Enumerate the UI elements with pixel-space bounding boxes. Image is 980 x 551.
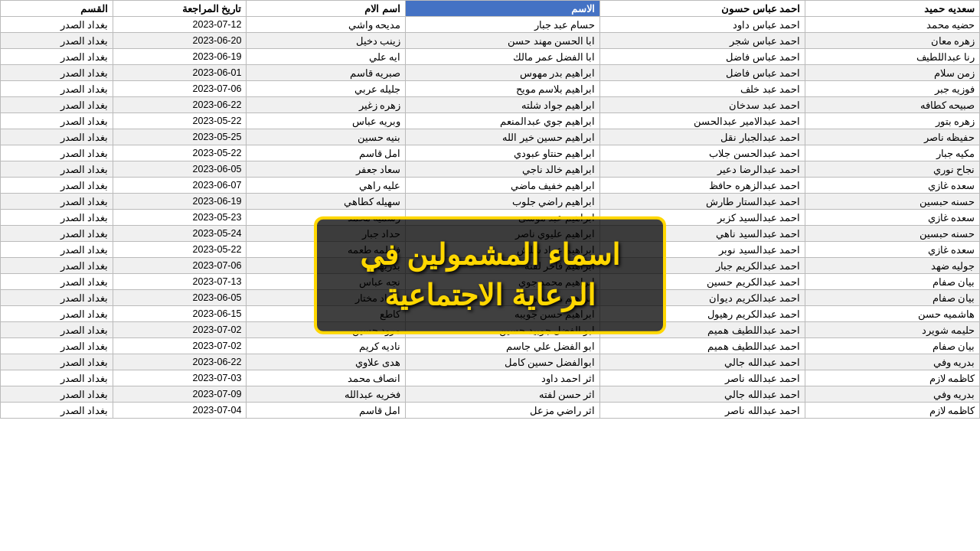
right-fullname-cell: احمد عبدالله ناصر (600, 403, 805, 419)
date-cell: 2023-06-05 (113, 290, 247, 306)
section-cell: بغداد الصدر (1, 145, 113, 161)
table-row: مكيه جباراحمد عبدالحسن جلابابراهيم حنتاو… (1, 145, 980, 161)
date-cell: 2023-05-24 (113, 226, 247, 242)
mother-cell: مديحه واشي (247, 17, 406, 33)
section-cell: بغداد الصدر (1, 306, 113, 322)
right-name-cell: حفيظه ناصر (805, 129, 980, 145)
date-cell: 2023-06-15 (113, 306, 247, 322)
name-cell: ابراهيم حسين خير الله (406, 129, 600, 145)
section-cell: بغداد الصدر (1, 194, 113, 210)
right-name-cell: حسنه حبسين (805, 194, 980, 210)
table-row: رنا عبداللطيفاحمد عباس فاضلابا الفضل عمر… (1, 49, 980, 65)
overlay-line1: اسماء المشمولين في (348, 235, 632, 276)
name-cell: ابراهيم راضي جلوب (406, 194, 600, 210)
name-cell: حسام عبد جبار (406, 17, 600, 33)
name-cell: ابراهيم بدر مهوس (406, 65, 600, 81)
name-cell: ابراهيم جواد شلته (406, 97, 600, 113)
section-cell: بغداد الصدر (1, 81, 113, 97)
section-cell: بغداد الصدر (1, 322, 113, 338)
right-name-cell: جوليه ضهد (805, 258, 980, 274)
header-row: سعديه حميد احمد عباس حسون الاسم اسم الام… (1, 1, 980, 17)
overlay-line2: الرعاية الاجتماعية (348, 276, 632, 316)
name-cell: ابوالفضل حسين كامل (406, 354, 600, 370)
right-name-cell: سعده غازي (805, 210, 980, 226)
section-header: القسم (1, 1, 113, 17)
date-cell: 2023-07-12 (113, 17, 247, 33)
table-row: زمن سلاماحمد عباس فاضلابراهيم بدر مهوسصب… (1, 65, 980, 81)
right-name-cell: زمن سلام (805, 65, 980, 81)
right-name-cell: بدريه وفي (805, 386, 980, 403)
right-name-cell: بيان صفام (805, 290, 980, 306)
mother-cell: امل قاسم (247, 403, 406, 419)
section-cell: بغداد الصدر (1, 354, 113, 370)
name-cell: ابو الفضل علي جاسم (406, 338, 600, 354)
right-fullname-cell: احمد عبدالامير عبدالحسن (600, 113, 805, 129)
date-cell: 2023-05-22 (113, 145, 247, 161)
right-name-cell: حليمه شويرد (805, 322, 980, 338)
table-row: بيان صفاماحمد عبداللطيف هميمابو الفضل عل… (1, 338, 980, 354)
date-cell: 2023-07-13 (113, 274, 247, 290)
date-cell: 2023-07-02 (113, 322, 247, 338)
section-cell: بغداد الصدر (1, 113, 113, 129)
right-fullname-header: احمد عباس حسون (600, 1, 805, 17)
date-cell: 2023-07-09 (113, 386, 247, 403)
right-fullname-cell: احمد عبد خلف (600, 81, 805, 97)
mother-cell: عليه راهي (247, 178, 406, 194)
mother-cell: ايه علي (247, 49, 406, 65)
name-header: الاسم (406, 1, 600, 17)
right-fullname-cell: احمد عباس شجر (600, 33, 805, 49)
section-cell: بغداد الصدر (1, 97, 113, 113)
right-name-cell: صبيحه كطافه (805, 97, 980, 113)
name-cell: ابراهيم حنتاو عبودي (406, 145, 600, 161)
right-fullname-cell: احمد عبدالله ناصر (600, 370, 805, 386)
mother-cell: ناديه كريم (247, 338, 406, 354)
section-cell: بغداد الصدر (1, 65, 113, 81)
table-row: بدريه وفياحمد عبدالله جاليابوالفضل حسين … (1, 354, 980, 370)
right-name-cell: حسنه حبسين (805, 226, 980, 242)
right-fullname-cell: احمد عبدالستار طارش (600, 194, 805, 210)
section-cell: بغداد الصدر (1, 33, 113, 49)
name-cell: ابراهيم بلاسم مويح (406, 81, 600, 97)
right-name-cell: كاظمه لازم (805, 403, 980, 419)
name-cell: ابراهيم جوي عبدالمنعم (406, 113, 600, 129)
table-row: بدريه وفياحمد عبدالله جالياثر حسن لفتهفخ… (1, 386, 980, 403)
section-cell: بغداد الصدر (1, 258, 113, 274)
section-cell: بغداد الصدر (1, 338, 113, 354)
data-table: سعديه حميد احمد عباس حسون الاسم اسم الام… (0, 0, 980, 419)
right-name-cell: سعده غازي (805, 242, 980, 258)
right-fullname-cell: احمد عبدالجبار نقل (600, 129, 805, 145)
section-cell: بغداد الصدر (1, 178, 113, 194)
date-cell: 2023-06-19 (113, 49, 247, 65)
table-row: حضيه محمداحمد عباس داودحسام عبد جبارمديح… (1, 17, 980, 33)
date-cell: 2023-06-22 (113, 97, 247, 113)
right-fullname-cell: احمد عبدالله جالي (600, 354, 805, 370)
right-fullname-cell: احمد عبدالزهره حافظ (600, 178, 805, 194)
right-fullname-cell: احمد عباس فاضل (600, 49, 805, 65)
table-row: كاظمه لازماحمد عبدالله ناصراثر راضي مزعل… (1, 403, 980, 419)
right-name-cell: مكيه جبار (805, 145, 980, 161)
mother-cell: سهيله كطاهي (247, 194, 406, 210)
date-cell: 2023-05-22 (113, 242, 247, 258)
mother-cell: بنيه حسين (247, 129, 406, 145)
table-row: نجاح نورياحمد عبدالرضا دعيرابراهيم خالد … (1, 161, 980, 178)
right-name-cell: نجاح نوري (805, 161, 980, 178)
section-cell: بغداد الصدر (1, 242, 113, 258)
right-fullname-cell: احمد عباس فاضل (600, 65, 805, 81)
name-cell: اثر حسن لفته (406, 386, 600, 403)
name-cell: اثر راضي مزعل (406, 403, 600, 419)
table-row: زهره بتوراحمد عبدالامير عبدالحسنابراهيم … (1, 113, 980, 129)
right-fullname-cell: احمد عبداللطيف هميم (600, 338, 805, 354)
section-cell: بغداد الصدر (1, 274, 113, 290)
mother-cell: انصاف محمد (247, 370, 406, 386)
date-cell: 2023-06-01 (113, 65, 247, 81)
date-cell: 2023-06-22 (113, 354, 247, 370)
right-name-cell: بيان صفام (805, 338, 980, 354)
right-name-header: سعديه حميد (805, 1, 980, 17)
right-name-cell: بدريه وفي (805, 354, 980, 370)
name-cell: ابراهيم خالد ناجي (406, 161, 600, 178)
table-row: حسنه حبسيناحمد عبدالستار طارشابراهيم راض… (1, 194, 980, 210)
section-cell: بغداد الصدر (1, 210, 113, 226)
date-cell: 2023-07-04 (113, 403, 247, 419)
right-name-cell: زهره معان (805, 33, 980, 49)
right-fullname-cell: احمد عباس داود (600, 17, 805, 33)
